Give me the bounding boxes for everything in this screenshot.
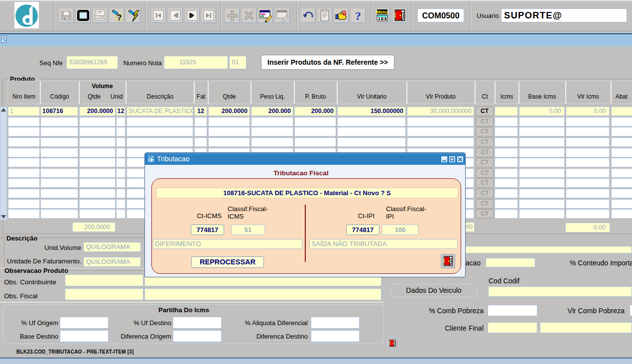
svg-text:?: ? bbox=[355, 9, 361, 22]
svg-text:Menu: Menu bbox=[377, 9, 388, 14]
svg-text:?: ? bbox=[117, 13, 122, 22]
